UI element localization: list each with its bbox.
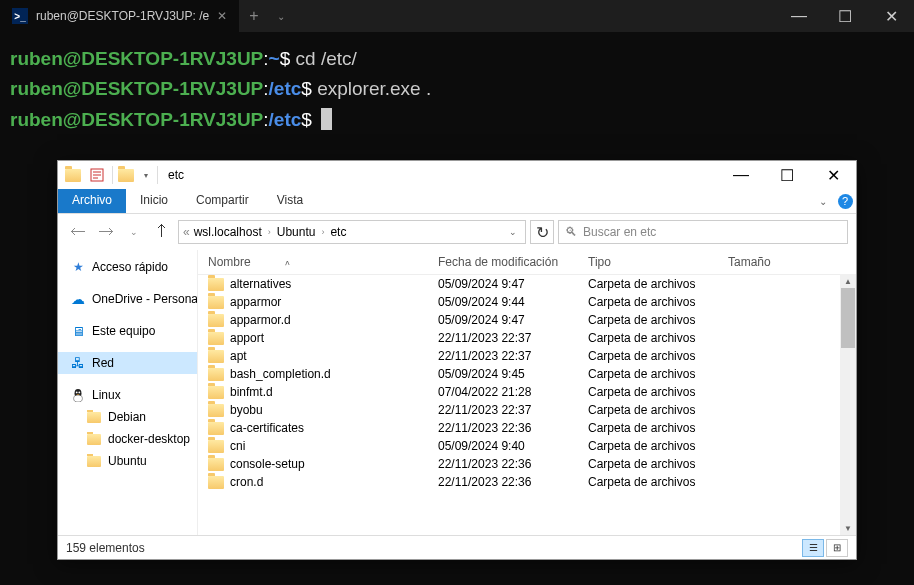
address-dropdown-icon[interactable]: ⌄ bbox=[505, 227, 521, 237]
file-list: Nombreʌ Fecha de modificación Tipo Tamañ… bbox=[198, 250, 856, 535]
column-type[interactable]: Tipo bbox=[588, 255, 728, 269]
explorer-minimize-button[interactable]: — bbox=[718, 161, 764, 189]
ribbon-tab-file[interactable]: Archivo bbox=[58, 189, 126, 213]
file-row[interactable]: alternatives05/09/2024 9:47Carpeta de ar… bbox=[198, 275, 856, 293]
nav-onedrive[interactable]: ☁OneDrive - Personal bbox=[58, 288, 197, 310]
folder-icon bbox=[208, 332, 224, 345]
column-name[interactable]: Nombreʌ bbox=[208, 255, 438, 269]
search-input[interactable]: 🔍︎ Buscar en etc bbox=[558, 220, 848, 244]
star-icon: ★ bbox=[70, 259, 86, 275]
ribbon-tab-home[interactable]: Inicio bbox=[126, 189, 182, 213]
new-tab-button[interactable]: + bbox=[239, 7, 268, 25]
forward-button[interactable]: 🡒 bbox=[94, 220, 118, 244]
ribbon-tab-share[interactable]: Compartir bbox=[182, 189, 263, 213]
tab-dropdown-button[interactable]: ⌄ bbox=[269, 11, 293, 22]
chevron-right-icon[interactable]: › bbox=[266, 227, 273, 237]
scroll-up-icon[interactable]: ▲ bbox=[840, 274, 856, 288]
status-bar: 159 elementos ☰ ⊞ bbox=[58, 535, 856, 559]
nav-linux[interactable]: Linux bbox=[58, 384, 197, 406]
ribbon-tabs: Archivo Inicio Compartir Vista ⌄ ? bbox=[58, 189, 856, 214]
folder-icon bbox=[208, 476, 224, 489]
file-row[interactable]: apt22/11/2023 22:37Carpeta de archivos bbox=[198, 347, 856, 365]
view-details-button[interactable]: ☰ bbox=[802, 539, 824, 557]
folder-icon bbox=[208, 440, 224, 453]
tab-title: ruben@DESKTOP-1RVJ3UP: /e bbox=[36, 9, 209, 23]
file-row[interactable]: console-setup22/11/2023 22:36Carpeta de … bbox=[198, 455, 856, 473]
file-row[interactable]: apport22/11/2023 22:37Carpeta de archivo… bbox=[198, 329, 856, 347]
nav-network[interactable]: 🖧Red bbox=[58, 352, 197, 374]
file-list-header: Nombreʌ Fecha de modificación Tipo Tamañ… bbox=[198, 250, 856, 275]
ribbon-collapse-icon[interactable]: ⌄ bbox=[812, 189, 834, 213]
qat-location-icon[interactable] bbox=[115, 164, 137, 186]
file-row[interactable]: bash_completion.d05/09/2024 9:45Carpeta … bbox=[198, 365, 856, 383]
nav-this-pc[interactable]: 🖥Este equipo bbox=[58, 320, 197, 342]
scroll-down-icon[interactable]: ▼ bbox=[840, 521, 856, 535]
svg-point-3 bbox=[76, 392, 78, 394]
explorer-window: ▾ etc — ☐ ✕ Archivo Inicio Compartir Vis… bbox=[57, 160, 857, 560]
file-row[interactable]: binfmt.d07/04/2022 21:28Carpeta de archi… bbox=[198, 383, 856, 401]
maximize-button[interactable]: ☐ bbox=[822, 0, 868, 32]
folder-icon bbox=[86, 409, 102, 425]
nav-quick-access[interactable]: ★Acceso rápido bbox=[58, 256, 197, 278]
folder-icon bbox=[208, 422, 224, 435]
folder-icon bbox=[86, 453, 102, 469]
search-icon: 🔍︎ bbox=[565, 225, 577, 239]
terminal-body[interactable]: ruben@DESKTOP-1RVJ3UP:~$ cd /etc/ruben@D… bbox=[0, 32, 914, 147]
view-icons-button[interactable]: ⊞ bbox=[826, 539, 848, 557]
minimize-button[interactable]: — bbox=[776, 0, 822, 32]
explorer-close-button[interactable]: ✕ bbox=[810, 161, 856, 189]
scroll-thumb[interactable] bbox=[841, 288, 855, 348]
folder-icon bbox=[208, 368, 224, 381]
tux-icon bbox=[70, 387, 86, 403]
terminal-tab[interactable]: >_ ruben@DESKTOP-1RVJ3UP: /e ✕ bbox=[0, 0, 239, 32]
explorer-title: etc bbox=[168, 168, 184, 182]
crumb-distro[interactable]: Ubuntu bbox=[273, 225, 320, 239]
column-size[interactable]: Tamaño bbox=[728, 255, 798, 269]
nav-linux-child[interactable]: Debian bbox=[58, 406, 197, 428]
pc-icon: 🖥 bbox=[70, 323, 86, 339]
status-text: 159 elementos bbox=[66, 541, 145, 555]
qat-properties-icon[interactable] bbox=[86, 164, 108, 186]
up-button[interactable]: 🡑 bbox=[150, 220, 174, 244]
svg-point-4 bbox=[78, 392, 80, 394]
refresh-button[interactable]: ↻ bbox=[530, 220, 554, 244]
folder-icon bbox=[208, 278, 224, 291]
svg-point-2 bbox=[74, 395, 83, 402]
vertical-scrollbar[interactable]: ▲ ▼ bbox=[840, 274, 856, 535]
file-row[interactable]: cron.d22/11/2023 22:36Carpeta de archivo… bbox=[198, 473, 856, 491]
crumb-folder[interactable]: etc bbox=[326, 225, 350, 239]
recent-dropdown-icon[interactable]: ⌄ bbox=[122, 220, 146, 244]
nav-linux-child[interactable]: docker-desktop bbox=[58, 428, 197, 450]
help-icon: ? bbox=[838, 194, 853, 209]
explorer-maximize-button[interactable]: ☐ bbox=[764, 161, 810, 189]
address-bar[interactable]: « wsl.localhost › Ubuntu › etc ⌄ bbox=[178, 220, 526, 244]
folder-icon bbox=[208, 458, 224, 471]
file-row[interactable]: apparmor.d05/09/2024 9:47Carpeta de arch… bbox=[198, 311, 856, 329]
sort-asc-icon: ʌ bbox=[285, 258, 290, 267]
navigation-pane: ★Acceso rápido ☁OneDrive - Personal 🖥Est… bbox=[58, 250, 198, 535]
nav-linux-child[interactable]: Ubuntu bbox=[58, 450, 197, 472]
explorer-titlebar[interactable]: ▾ etc — ☐ ✕ bbox=[58, 161, 856, 189]
terminal-line: ruben@DESKTOP-1RVJ3UP:~$ cd /etc/ bbox=[10, 44, 904, 74]
help-button[interactable]: ? bbox=[834, 189, 856, 213]
folder-icon bbox=[86, 431, 102, 447]
terminal-line: ruben@DESKTOP-1RVJ3UP:/etc$ explorer.exe… bbox=[10, 74, 904, 104]
folder-icon bbox=[208, 350, 224, 363]
close-button[interactable]: ✕ bbox=[868, 0, 914, 32]
file-row[interactable]: byobu22/11/2023 22:37Carpeta de archivos bbox=[198, 401, 856, 419]
back-button[interactable]: 🡐 bbox=[66, 220, 90, 244]
qat-folder-icon[interactable] bbox=[62, 164, 84, 186]
cloud-icon: ☁ bbox=[70, 291, 86, 307]
column-date[interactable]: Fecha de modificación bbox=[438, 255, 588, 269]
ribbon-tab-view[interactable]: Vista bbox=[263, 189, 317, 213]
file-row[interactable]: ca-certificates22/11/2023 22:36Carpeta d… bbox=[198, 419, 856, 437]
crumb-host[interactable]: wsl.localhost bbox=[190, 225, 266, 239]
network-icon: 🖧 bbox=[70, 355, 86, 371]
close-tab-icon[interactable]: ✕ bbox=[217, 9, 227, 23]
folder-icon bbox=[208, 404, 224, 417]
terminal-titlebar: >_ ruben@DESKTOP-1RVJ3UP: /e ✕ + ⌄ — ☐ ✕ bbox=[0, 0, 914, 32]
chevron-right-icon[interactable]: › bbox=[319, 227, 326, 237]
file-row[interactable]: apparmor05/09/2024 9:44Carpeta de archiv… bbox=[198, 293, 856, 311]
qat-dropdown-icon[interactable]: ▾ bbox=[139, 164, 153, 186]
file-row[interactable]: cni05/09/2024 9:40Carpeta de archivos bbox=[198, 437, 856, 455]
